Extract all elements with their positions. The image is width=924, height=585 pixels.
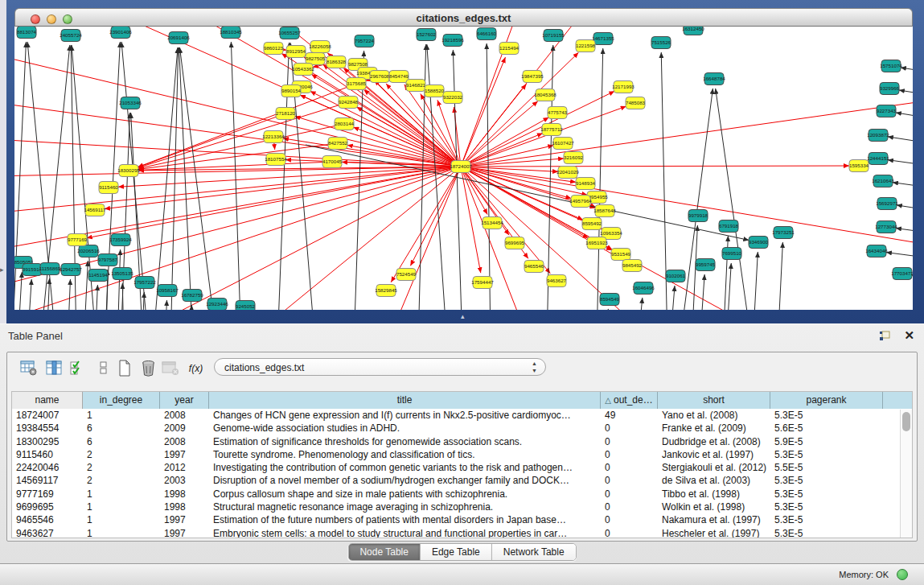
graph-node[interactable]: 1595334	[849, 160, 869, 172]
column-header-pagerank[interactable]: pagerank	[770, 392, 883, 409]
graph-node[interactable]: 9845492	[622, 260, 643, 272]
graph-node[interactable]: 16107427	[552, 138, 574, 150]
graph-node[interactable]: 1145194	[88, 270, 108, 282]
graph-node[interactable]: 17957222	[133, 277, 156, 289]
graph-edge[interactable]	[461, 167, 913, 249]
graph-node[interactable]: 12942757	[60, 264, 82, 276]
graph-edge[interactable]	[231, 42, 241, 310]
graph-node[interactable]: 7485083	[626, 97, 646, 109]
graph-node[interactable]: 17359924	[109, 234, 132, 246]
table-row[interactable]: 1872400712008Changes of HCN gene express…	[12, 409, 912, 422]
graph-node[interactable]: 15692971	[876, 198, 898, 210]
graph-edge[interactable]	[277, 43, 290, 310]
graph-node[interactable]: 18045368	[534, 89, 556, 101]
graph-node[interactable]: 6466160	[477, 28, 497, 40]
graph-node[interactable]: 9346900	[749, 237, 769, 249]
graph-edge[interactable]	[153, 47, 178, 310]
graph-node[interactable]: 9777169	[68, 234, 88, 246]
graph-node[interactable]: 9146821	[406, 80, 426, 92]
graph-node[interactable]: 8186328	[326, 56, 347, 68]
graph-edge[interactable]	[165, 300, 166, 310]
graph-edge[interactable]	[461, 167, 481, 273]
graph-node[interactable]: 23901406	[109, 27, 132, 39]
graph-node[interactable]: 13505135	[111, 268, 133, 280]
graph-node[interactable]: 12444151	[867, 153, 889, 165]
graph-edge[interactable]	[138, 113, 285, 167]
close-panel-icon[interactable]: ✕	[904, 328, 914, 343]
graph-node[interactable]: 14957964	[569, 196, 592, 208]
new-document-icon[interactable]	[115, 358, 134, 377]
graph-edge[interactable]	[901, 68, 913, 77]
graph-node[interactable]: 16951923	[585, 237, 608, 249]
graph-edge[interactable]	[27, 279, 31, 310]
graph-node[interactable]: 18107554	[265, 154, 287, 166]
table-row[interactable]: 1456911722003Disruption of a novel membe…	[12, 474, 912, 487]
graph-node[interactable]: 8454749	[389, 71, 409, 83]
graph-edge[interactable]	[410, 167, 461, 266]
delete-selected-icon[interactable]	[138, 358, 158, 377]
graph-node[interactable]: 9860123	[264, 43, 284, 55]
column-header-out_de[interactable]: △out_de…	[601, 392, 658, 409]
graph-node[interactable]: 12093872	[867, 130, 889, 142]
graph-edge[interactable]	[391, 167, 461, 282]
graph-node[interactable]: 10958167	[156, 285, 179, 297]
graph-edge[interactable]	[670, 286, 675, 310]
table-selector-dropdown[interactable]: citations_edges.txt ▲▼	[214, 358, 546, 376]
graph-edge[interactable]	[753, 252, 758, 310]
graph-edge[interactable]	[461, 167, 550, 274]
graph-node[interactable]: 9102061	[666, 270, 686, 282]
graph-edge[interactable]	[896, 113, 913, 122]
graph-node[interactable]: 9797587	[98, 254, 118, 266]
graph-node[interactable]: 14569117	[84, 204, 106, 216]
graph-node[interactable]: 16434046	[865, 245, 888, 257]
graph-edge[interactable]	[95, 285, 97, 310]
graph-node[interactable]: 4170045	[322, 156, 343, 168]
graph-node[interactable]: 4775743	[548, 107, 568, 119]
graph-node[interactable]: 20691406	[167, 32, 190, 44]
graph-node[interactable]: 11156869	[39, 263, 61, 275]
graph-node[interactable]: 9148934	[576, 178, 596, 190]
splitter-grip-icon[interactable]: ▴	[461, 312, 465, 320]
graph-node[interactable]: 20206516	[77, 245, 100, 257]
table-row[interactable]: 946554611997Estimation of the future num…	[12, 513, 912, 526]
graph-edge[interactable]	[723, 236, 728, 310]
graph-node[interactable]: 12213364	[262, 131, 285, 143]
graph-node[interactable]: 10719155	[542, 30, 565, 42]
table-row[interactable]: 911546021997Tourette syndrome. Phenomeno…	[12, 448, 912, 461]
graph-edge[interactable]	[893, 183, 913, 192]
graph-node[interactable]: 18587648	[593, 205, 616, 217]
graph-edge[interactable]	[888, 160, 913, 169]
network-canvas[interactable]: 8813074240557242390140620691406188103451…	[14, 27, 913, 310]
table-row[interactable]: 977716911998Corpus callosum shape and si…	[12, 488, 912, 501]
float-window-icon[interactable]	[879, 331, 892, 342]
graph-edge[interactable]	[138, 84, 356, 167]
column-header-in_degree[interactable]: in_degree	[83, 392, 160, 409]
graph-node[interactable]: 12773044	[875, 221, 897, 233]
graph-node[interactable]: 18775712	[540, 124, 563, 136]
graph-node[interactable]: 9329966	[880, 83, 900, 95]
select-rows-icon[interactable]	[68, 358, 87, 377]
graph-node[interactable]: 9465546	[524, 261, 544, 273]
graph-node[interactable]: 2803144	[335, 118, 355, 130]
graph-node[interactable]: 1221598	[576, 40, 596, 52]
graph-edge[interactable]	[897, 205, 913, 214]
graph-node[interactable]: 6791918	[719, 220, 739, 233]
table-row[interactable]: 969969511998Structural magnetic resonanc…	[12, 501, 912, 513]
graph-node[interactable]: 18300295	[117, 165, 140, 177]
graph-node[interactable]: 9699695	[505, 237, 525, 249]
graph-node[interactable]: 10543362	[292, 64, 314, 76]
graph-node[interactable]: 12171993	[612, 81, 634, 93]
graph-edge[interactable]	[778, 242, 782, 310]
graph-node[interactable]: 2718120	[276, 108, 296, 120]
graph-node[interactable]: 8427552	[328, 138, 348, 150]
graph-node[interactable]: 17703471	[891, 268, 913, 280]
graph-node[interactable]: 9115460	[99, 182, 118, 194]
network-canvas-svg[interactable]: 8813074240557242390140620691406188103451…	[14, 27, 913, 310]
graph-edge[interactable]	[461, 134, 543, 167]
table-row[interactable]: 946362711997Embryonic stem cells: a mode…	[12, 527, 912, 538]
graph-node[interactable]: 8595492	[582, 218, 602, 230]
graph-edge[interactable]	[597, 48, 603, 310]
graph-node[interactable]: 2967608	[370, 71, 390, 83]
graph-node[interactable]: 9245052	[236, 301, 256, 311]
graph-node[interactable]: 9979918	[688, 210, 708, 222]
